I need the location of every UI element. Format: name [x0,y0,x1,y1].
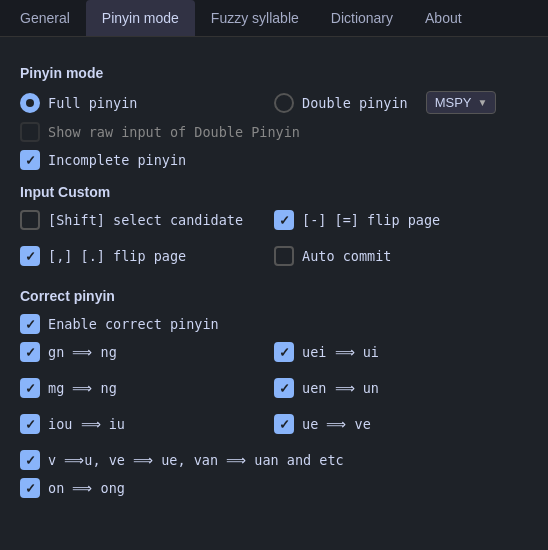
input-custom-right: [-] [=] flip page Auto commit [274,210,528,274]
tab-bar: General Pinyin mode Fuzzy syllable Dicti… [0,0,548,37]
full-pinyin-option: Full pinyin [20,93,274,113]
tab-general[interactable]: General [4,0,86,36]
rule-on-ong-checkbox[interactable] [20,478,40,498]
rules-left-col: gn ⟹ ng [20,342,274,370]
incomplete-pinyin-row: Incomplete pinyin [20,150,528,170]
rules-group-0: gn ⟹ ng uei ⟹ ui [20,342,528,370]
enable-correct-checkbox[interactable] [20,314,40,334]
tab-about[interactable]: About [409,0,478,36]
pinyin-scheme-dropdown[interactable]: MSPY ▼ [426,91,497,114]
rule-uen-un-checkbox[interactable] [274,378,294,398]
tab-fuzzy-syllable[interactable]: Fuzzy syllable [195,0,315,36]
rule-iou-iu: iou ⟹ iu [20,414,274,434]
minus-flip-row: [-] [=] flip page [274,210,528,230]
rule-uei-ui-checkbox[interactable] [274,342,294,362]
rules-left-col-2: iou ⟹ iu [20,414,274,442]
rule-uei-ui-label: uei ⟹ ui [302,344,379,360]
double-pinyin-label: Double pinyin [302,95,408,111]
rule-gn-ng: gn ⟹ ng [20,342,274,362]
rules-group-2: iou ⟹ iu ue ⟹ ve [20,414,528,442]
comma-flip-checkbox[interactable] [20,246,40,266]
pinyin-type-row: Full pinyin Double pinyin MSPY ▼ [20,91,528,114]
dropdown-arrow-icon: ▼ [478,97,488,108]
comma-flip-label: [,] [.] flip page [48,248,186,264]
full-pinyin-radio[interactable] [20,93,40,113]
pinyin-mode-heading: Pinyin mode [20,65,528,81]
rule-ue-ve: ue ⟹ ve [274,414,528,434]
double-pinyin-radio[interactable] [274,93,294,113]
auto-commit-row: Auto commit [274,246,528,266]
minus-flip-checkbox[interactable] [274,210,294,230]
rule-v-etc: v ⟹u, ve ⟹ ue, van ⟹ uan and etc [20,450,528,470]
auto-commit-label: Auto commit [302,248,391,264]
rule-v-etc-checkbox[interactable] [20,450,40,470]
rules-right-col: uei ⟹ ui [274,342,528,370]
show-raw-checkbox[interactable] [20,122,40,142]
show-raw-row: Show raw input of Double Pinyin [20,122,528,142]
correct-pinyin-heading: Correct pinyin [20,288,528,304]
pinyin-scheme-value: MSPY [435,95,472,110]
rules-right-col-1: uen ⟹ un [274,378,528,406]
rules-group-1: mg ⟹ ng uen ⟹ un [20,378,528,406]
rules-left-col-1: mg ⟹ ng [20,378,274,406]
rule-gn-ng-checkbox[interactable] [20,342,40,362]
rule-v-etc-label: v ⟹u, ve ⟹ ue, van ⟹ uan and etc [48,452,344,468]
rule-iou-iu-label: iou ⟹ iu [48,416,125,432]
double-pinyin-option: Double pinyin MSPY ▼ [274,91,528,114]
incomplete-pinyin-label: Incomplete pinyin [48,152,186,168]
rule-on-ong: on ⟹ ong [20,478,528,498]
rule-uei-ui: uei ⟹ ui [274,342,528,362]
input-custom-group: [Shift] select candidate [,] [.] flip pa… [20,210,528,274]
minus-flip-label: [-] [=] flip page [302,212,440,228]
input-custom-heading: Input Custom [20,184,528,200]
rule-mg-ng-checkbox[interactable] [20,378,40,398]
rule-uen-un-label: uen ⟹ un [302,380,379,396]
content-area: Pinyin mode Full pinyin Double pinyin MS… [0,37,548,526]
shift-select-label: [Shift] select candidate [48,212,243,228]
incomplete-pinyin-checkbox[interactable] [20,150,40,170]
rule-iou-iu-checkbox[interactable] [20,414,40,434]
shift-select-row: [Shift] select candidate [20,210,274,230]
tab-pinyin-mode[interactable]: Pinyin mode [86,0,195,36]
rule-mg-ng: mg ⟹ ng [20,378,274,398]
rule-uen-un: uen ⟹ un [274,378,528,398]
tab-dictionary[interactable]: Dictionary [315,0,409,36]
rule-on-ong-label: on ⟹ ong [48,480,125,496]
show-raw-label: Show raw input of Double Pinyin [48,124,300,140]
rule-gn-ng-label: gn ⟹ ng [48,344,117,360]
shift-select-checkbox[interactable] [20,210,40,230]
enable-correct-label: Enable correct pinyin [48,316,219,332]
rule-ue-ve-label: ue ⟹ ve [302,416,371,432]
rules-right-col-2: ue ⟹ ve [274,414,528,442]
comma-flip-row: [,] [.] flip page [20,246,274,266]
full-pinyin-label: Full pinyin [48,95,137,111]
input-custom-left: [Shift] select candidate [,] [.] flip pa… [20,210,274,274]
rule-mg-ng-label: mg ⟹ ng [48,380,117,396]
rule-ue-ve-checkbox[interactable] [274,414,294,434]
auto-commit-checkbox[interactable] [274,246,294,266]
enable-correct-row: Enable correct pinyin [20,314,528,334]
